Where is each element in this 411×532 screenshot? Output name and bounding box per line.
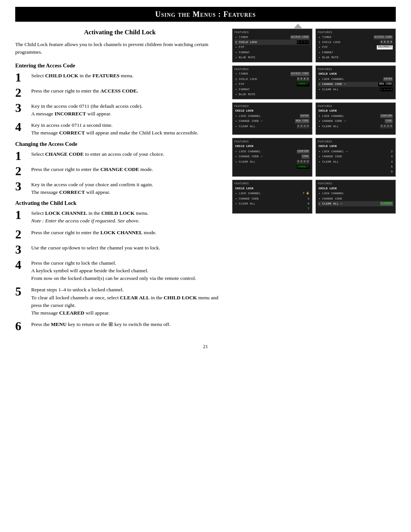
ui-row-changecode-5: • CHANGE CODE ↔NEW CODE [234,119,310,124]
step-5c: 5 Repeat steps 1–4 to unlock a locked ch… [15,286,225,317]
screenshot-box3: FEATURES • TIMERACCESS CODE ‡ CHILD LOCK… [232,66,312,99]
step-text-5c: Repeat steps 1–4 to unlock a locked chan… [31,286,225,317]
ui-row-timer-3: • TIMERACCESS CODE [234,72,310,77]
step-number-3c: 3 [15,243,27,256]
step-text-4a: Key in access code 0711 a second time. T… [31,121,225,137]
ui-header-3: FEATURES [234,68,310,71]
step-number-5c: 5 [15,285,27,297]
step-1a: 1 Select CHILD LOCK in the FEATURES menu… [15,72,225,83]
ui-row-changecode-9: • CHANGE CODE5 [234,196,310,201]
ui-row-changecode-7: • CHANGE CODE ↔CODE [234,154,310,159]
step-3b: 3 Key in the access code of your choice … [15,181,225,197]
subsection-activating-title: Activating the Child Lock [15,200,225,206]
subsection-changing-title: Changing the Access Code [15,141,225,147]
ui-row-childlock-3: ‡ CHILD LOCKX X X X [234,77,310,81]
step-number-3a: 3 [15,102,27,114]
ui-row-lockchannel-4: • LOCK CHANNELENTER [318,77,393,81]
step-3a: 3 Key in the access code 0711 (the defau… [15,102,225,118]
ui-row-bluemute-1: • BLUE MUTE [234,55,310,60]
ui-row-correct-7: CORRECT [234,164,310,169]
step-text-2b: Press the cursor right to enter the CHAN… [31,166,225,173]
subsection-entering-title: Entering the Access Code [15,62,225,69]
screenshot-box8: FEATURES CHILD LOCK • LOCK CHANNEL ↔2 • … [315,138,396,177]
step-text-2c: Press the cursor right to enter the LOCK… [31,229,225,236]
ui-row-format-3: • FORMAT [234,87,310,92]
ui-row-pip-3: • PIPCORRECT [234,82,310,87]
ui-row-childlock-2: ‡ CHILD LOCKX X X X [318,40,393,45]
ui-row-childlock-header-9: CHILD LOCK [234,186,310,191]
step-3c: 3 Use the cursor up/down to select the c… [15,244,225,256]
ui-row-lockchannel-5: • LOCK CHANNELENTER [234,113,310,118]
ui-row-childlock-header-7: CHILD LOCK [234,144,310,149]
ui-row-lockchannel-7: • LOCK CHANNELCONFIRM [234,149,310,154]
ui-row-changecode-10: • CHANGE CODE [318,196,393,201]
step-1c: 1 Select LOCK CHANNEL in the CHILD LOCK … [15,209,225,225]
ui-row-childlock-header-8: CHILD LOCK [318,144,393,149]
step-number-2a: 2 [15,86,27,99]
step-2b: 2 Press the cursor right to enter the CH… [15,166,225,177]
ui-row-changecode-4: • CHANGE CODE ↔NEW CODE [318,82,393,87]
step-number-4a: 4 [15,121,27,133]
section-changing-access-code: Changing the Access Code 1 Select CHANGE… [15,141,225,197]
step-text-3a: Key in the access code 0711 (the default… [31,102,225,118]
step-text-4c: Press the cursor right to lock the chann… [31,259,225,283]
ui-header-1: FEATURES [234,31,310,34]
screenshot-box10: FEATURES CHILD LOCK • LOCK CHANNEL • CHA… [315,180,396,214]
section-activating-child-lock: Activating the Child Lock 1 Select LOCK … [15,200,225,332]
step-number-4c: 4 [15,259,27,271]
step-text-3c: Use the cursor up/down to select the cha… [31,244,225,252]
callout-arrow-1 [293,24,303,29]
ui-row-format-2: • FORMAT [318,50,393,55]
step-number-2b: 2 [15,165,27,177]
ui-row-childlock-1: ‡ CHILD LOCK— — — — [234,40,310,45]
ui-row-bluemute-2: • BLUE MUTE [318,55,393,60]
step-text-6c: Press the MENU key to return or the ⊞ ke… [31,321,225,328]
screenshot-box5: FEATURES CHILD LOCK • LOCK CHANNELENTER … [232,102,312,135]
ui-row-clearall-8: • CLEAR ALL4 [318,159,393,164]
ui-row-pip-1: • PIP [234,45,310,50]
ui-row-format-1: • FORMAT [234,50,310,55]
ui-row-lockchannel-8: • LOCK CHANNEL ↔2 [318,149,393,154]
step-text-3b: Key in the access code of your choice an… [31,181,225,197]
page-header: Using the Menus : Features [15,7,396,22]
ui-header-8: FEATURES [318,140,393,143]
ui-row-lockchannel-6: • LOCK CHANNELCONFIRM [318,113,393,118]
step-text-1c: Select LOCK CHANNEL in the CHILD LOCK me… [31,209,225,225]
step-number-2c: 2 [15,228,27,240]
ui-row-lockchannel-9: • LOCK CHANNEL3 🔒 [234,191,310,196]
ui-row-changecode-6: • CHANGE CODE ↔CODE [318,119,393,124]
left-column: Activating the Child Lock The Child Lock… [15,29,232,336]
intro-text: The Child Lock feature allows you to loc… [15,41,225,56]
ui-row-ch7-9: 7 [234,206,310,211]
ui-row-bluemute-3: • BLUE MUTE [234,92,310,97]
screenshot-box7: FEATURES CHILD LOCK • LOCK CHANNELCONFIR… [232,138,312,177]
ui-row-ch5-8: 5 [318,164,393,169]
ui-row-clearall-4: • CLEAR ALL— — — — [318,87,393,92]
ui-header-9: FEATURES [234,182,310,185]
page-number: 21 [0,343,411,350]
step-number-6c: 6 [15,320,27,332]
screenshot-box9: FEATURES CHILD LOCK • LOCK CHANNEL3 🔒 • … [232,180,312,214]
step-4c: 4 Press the cursor right to lock the cha… [15,259,225,283]
step-1b: 1 Select CHANGE CODE to enter an access … [15,150,225,162]
main-section-title: Activating the Child Lock [15,29,225,36]
step-number-3b: 3 [15,180,27,192]
screenshot-box2: FEATURES • TIMERACCESS CODE ‡ CHILD LOCK… [315,29,396,62]
right-column-screenshots: FEATURES • TIMERACCESS CODE ‡ CHILD LOCK… [232,29,396,336]
step-2a: 2 Press the cursor right to enter the AC… [15,87,225,99]
screenshot-box1: FEATURES • TIMERACCESS CODE ‡ CHILD LOCK… [232,29,312,62]
ui-row-childlock-header-10: CHILD LOCK [318,186,393,191]
ui-row-childlock-header-6: CHILD LOCK [318,109,393,113]
ui-header-7: FEATURES [234,140,310,143]
screenshot-box4: FEATURES CHILD LOCK • LOCK CHANNELENTER … [315,66,396,99]
ui-row-pip-2: • PIPINCORRECT [318,45,393,50]
ui-row-clearall-10: • CLEAR ALL ↔CLEARED [318,201,393,206]
page-title: Using the Menus : Features [23,10,388,19]
section-entering-access-code: Entering the Access Code 1 Select CHILD … [15,62,225,137]
step-number-1b: 1 [15,150,27,162]
step-text-1b: Select CHANGE CODE to enter an access co… [31,150,225,158]
ui-row-clearall-9: • CLEAR ALL6 [234,201,310,206]
step-text-2a: Press the cursor right to enter the ACCE… [31,87,225,95]
step-number-1c: 1 [15,209,27,221]
ui-header-2: FEATURES [318,31,393,34]
